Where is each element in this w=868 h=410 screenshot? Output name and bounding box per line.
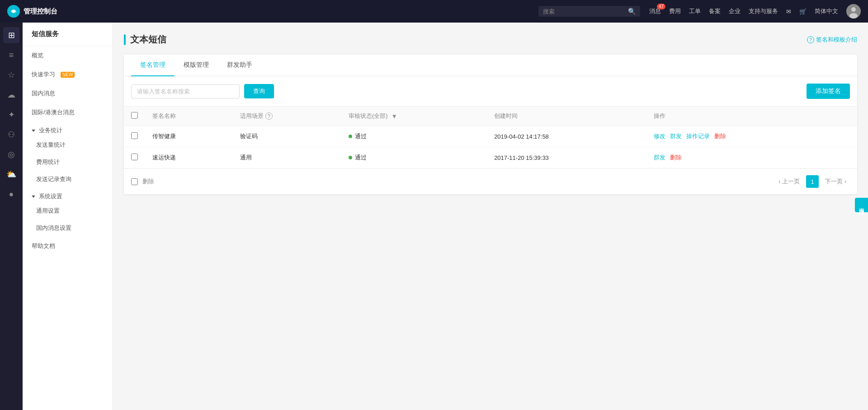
row-1-action-删除[interactable]: 删除 xyxy=(714,133,726,140)
expand-icon2 xyxy=(32,196,35,198)
sidebar-item-general[interactable]: 通用设置 xyxy=(23,202,113,219)
table-row: 速运快递通用通过2017-11-20 15:39:33群发删除 xyxy=(124,147,857,168)
tab-signature[interactable]: 签名管理 xyxy=(131,55,175,76)
status-dot xyxy=(349,156,352,159)
expand-icon xyxy=(32,130,35,132)
svg-point-1 xyxy=(12,10,15,13)
row-1-name: 传智健康 xyxy=(145,126,233,147)
support-nav-item[interactable]: 支持与服务 xyxy=(749,7,778,15)
row-2-checkbox[interactable] xyxy=(131,154,138,160)
page-title-wrap: 文本短信 xyxy=(124,33,166,46)
icon-list[interactable]: ≡ xyxy=(3,47,19,63)
sidebar-item-domestic[interactable]: 国内消息 xyxy=(23,84,113,103)
sidebar-item-helpdoc[interactable]: 帮助文档 xyxy=(23,237,113,256)
enterprise-nav-item[interactable]: 企业 xyxy=(729,7,741,15)
sidebar-item-dommsg[interactable]: 国内消息设置 xyxy=(23,219,113,237)
signature-search-input[interactable] xyxy=(131,84,240,98)
status-filter-icon[interactable]: ▼ xyxy=(392,113,397,120)
row-2-created: 2017-11-20 15:39:33 xyxy=(487,147,646,168)
row-1-created: 2019-04-02 14:17:58 xyxy=(487,126,646,147)
page-title-bar xyxy=(124,34,126,45)
signatures-table: 签名名称 适用场景 ? 审核状态(全部) ▼ xyxy=(124,107,857,168)
user-avatar[interactable] xyxy=(846,4,861,19)
toolbar-left: 查询 xyxy=(131,84,274,98)
row-1-action-修改[interactable]: 修改 xyxy=(654,133,665,140)
content-area: 文本短信 ? 签名和模板介绍 签名管理 模版管理 群发助手 查询 添加签名 xyxy=(113,23,868,410)
row-1-action-群发[interactable]: 群发 xyxy=(670,133,682,140)
batch-delete-button[interactable]: 删除 xyxy=(142,177,154,186)
row-2-scene: 通用 xyxy=(233,147,341,168)
language-nav-item[interactable]: 简体中文 xyxy=(815,7,838,15)
row-1-checkbox[interactable] xyxy=(131,132,138,139)
select-all-checkbox[interactable] xyxy=(131,112,138,119)
sidebar-item-quicklearn[interactable]: 快速学习 NEW xyxy=(23,65,113,84)
fees-nav-item[interactable]: 费用 xyxy=(669,7,681,15)
sidebar-item-intl[interactable]: 国际/港澳台消息 xyxy=(23,103,113,122)
icon-apps[interactable]: ⊞ xyxy=(3,27,19,43)
pagination-select-checkbox[interactable] xyxy=(131,178,138,185)
sidebar-title: 短信服务 xyxy=(23,23,113,46)
sidebar-item-overview[interactable]: 概览 xyxy=(23,46,113,65)
left-sidebar: 短信服务 概览 快速学习 NEW 国内消息 国际/港澳台消息 业务统计 发送量统… xyxy=(23,23,113,410)
sidebar-item-sendstats[interactable]: 发送量统计 xyxy=(23,136,113,154)
new-badge: NEW xyxy=(61,72,75,78)
messages-badge: 47 xyxy=(657,4,665,9)
svg-point-4 xyxy=(849,13,858,19)
icon-dot[interactable]: ● xyxy=(3,186,19,202)
pagination-right: ‹ 上一页 1 下一页 › xyxy=(775,175,850,188)
prev-page-nav[interactable]: ‹ 上一页 xyxy=(775,176,803,187)
float-consult-button[interactable]: 咨询建议 xyxy=(855,198,868,212)
scene-help-icon[interactable]: ? xyxy=(265,112,273,120)
toolbar: 查询 添加签名 xyxy=(124,76,857,107)
page-1[interactable]: 1 xyxy=(806,175,819,188)
next-page-nav[interactable]: 下一页 › xyxy=(821,176,850,187)
col-scene: 适用场景 ? xyxy=(233,107,341,126)
pagination-left: 删除 xyxy=(131,177,154,186)
sidebar-item-feestats[interactable]: 费用统计 xyxy=(23,154,113,171)
page-title: 文本短信 xyxy=(130,33,166,46)
table-header-row: 签名名称 适用场景 ? 审核状态(全部) ▼ xyxy=(124,107,857,126)
row-2-action-删除[interactable]: 删除 xyxy=(670,154,682,161)
icon-cloud2[interactable]: ⛅ xyxy=(3,166,19,182)
table-row: 传智健康验证码通过2019-04-02 14:17:58修改群发操作记录删除 xyxy=(124,126,857,147)
pagination: 删除 ‹ 上一页 1 下一页 › xyxy=(124,168,857,194)
icon-sidebar: ⊞ ≡ ☆ ☁ ✦ ⚇ ◎ ⛅ ● xyxy=(0,23,23,410)
col-status: 审核状态(全部) ▼ xyxy=(341,107,487,126)
icon-cloud[interactable]: ☁ xyxy=(3,87,19,103)
cart-nav-item[interactable]: 🛒 xyxy=(799,8,807,15)
tickets-nav-item[interactable]: 工单 xyxy=(689,7,701,15)
logo[interactable]: 管理控制台 xyxy=(7,5,57,18)
topnav: 管理控制台 🔍 消息 47 费用 工单 备案 企业 支持与服务 ✉ 🛒 简体中文 xyxy=(0,0,868,23)
row-2-actions: 群发删除 xyxy=(646,147,857,168)
icon-tools[interactable]: ✦ xyxy=(3,107,19,123)
search-icon[interactable]: 🔍 xyxy=(628,8,636,15)
filing-nav-item[interactable]: 备案 xyxy=(709,7,721,15)
search-box: 🔍 xyxy=(538,6,640,17)
sidebar-section-sysconfig[interactable]: 系统设置 xyxy=(23,188,113,202)
icon-globe[interactable]: ◎ xyxy=(3,146,19,163)
sidebar-item-sendlog[interactable]: 发送记录查询 xyxy=(23,171,113,188)
main-card: 签名管理 模版管理 群发助手 查询 添加签名 签名名称 xyxy=(124,55,857,194)
row-2-status: 通过 xyxy=(341,147,487,168)
page-header: 文本短信 ? 签名和模板介绍 xyxy=(124,33,857,46)
icon-person[interactable]: ⚇ xyxy=(3,126,19,143)
row-2-name: 速运快递 xyxy=(145,147,233,168)
help-link[interactable]: ? 签名和模板介绍 xyxy=(807,36,857,44)
row-1-action-操作记录[interactable]: 操作记录 xyxy=(686,133,710,140)
tab-masshelper[interactable]: 群发助手 xyxy=(218,55,261,76)
col-created: 创建时间 xyxy=(487,107,646,126)
sidebar-section-bizstats[interactable]: 业务统计 xyxy=(23,122,113,136)
main-layout: ⊞ ≡ ☆ ☁ ✦ ⚇ ◎ ⛅ ● 短信服务 概览 快速学习 NEW 国内消息 … xyxy=(0,23,868,410)
add-signature-button[interactable]: 添加签名 xyxy=(807,84,850,99)
svg-point-3 xyxy=(851,7,856,12)
row-1-scene: 验证码 xyxy=(233,126,341,147)
messages-nav-item[interactable]: 消息 47 xyxy=(649,7,661,15)
tab-template[interactable]: 模版管理 xyxy=(175,55,218,76)
query-button[interactable]: 查询 xyxy=(244,84,274,98)
row-1-actions: 修改群发操作记录删除 xyxy=(646,126,857,147)
row-2-action-群发[interactable]: 群发 xyxy=(654,154,665,161)
row-1-status: 通过 xyxy=(341,126,487,147)
icon-star[interactable]: ☆ xyxy=(3,67,19,83)
email-nav-item[interactable]: ✉ xyxy=(786,8,791,15)
search-input[interactable] xyxy=(543,8,624,15)
